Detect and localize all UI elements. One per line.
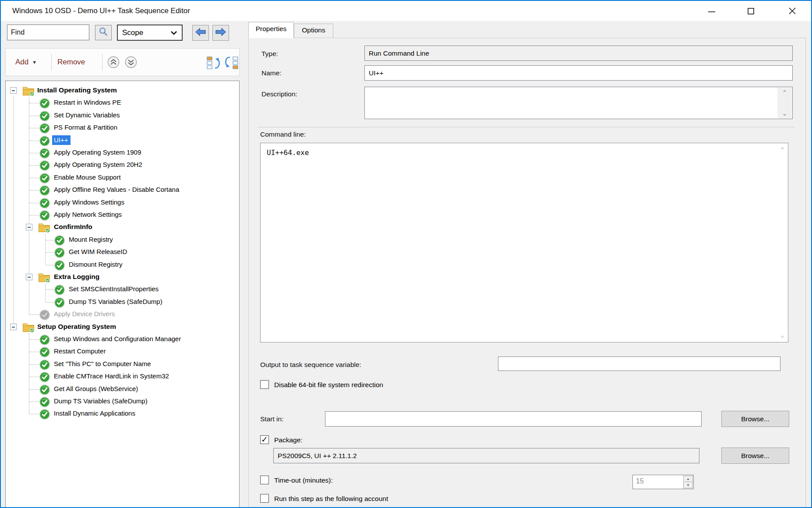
add-button-label: Add (15, 58, 28, 67)
tree-item[interactable]: Install Dynamic Applications (6, 408, 239, 420)
collapse-expander-icon[interactable] (26, 224, 32, 230)
tree-item[interactable]: Extra Logging (6, 271, 239, 283)
blue-arrow-left-icon (195, 28, 206, 38)
command-line-textarea[interactable]: UI++64.exe ⌃ ⌄ (260, 143, 788, 342)
tree-item[interactable]: Dump TS Variables (SafeDump) (6, 296, 239, 308)
tree-item[interactable]: UI++ (6, 134, 239, 147)
toolbar-separator (51, 54, 52, 71)
name-input[interactable] (364, 65, 793, 81)
collapse-expander-icon[interactable] (10, 87, 17, 94)
spin-down-icon[interactable]: ▼ (683, 482, 693, 488)
tree-connector (29, 165, 39, 166)
timeout-checkbox[interactable] (260, 476, 269, 484)
add-button[interactable]: Add ▼ (15, 49, 37, 76)
scroll-up-icon[interactable]: ⌃ (780, 147, 784, 153)
tree-connector (29, 215, 39, 215)
tree-item-label: Set SMSClientInstallProperties (67, 284, 161, 294)
scroll-down-icon[interactable]: ⌄ (780, 332, 784, 339)
tree-item[interactable]: Apply Network Settings (6, 209, 239, 221)
tree-item-label: Apply Windows Settings (52, 198, 127, 207)
close-button[interactable] (782, 1, 802, 21)
minimize-icon (707, 7, 716, 15)
tree-item-label: Get WIM ReleaseID (67, 247, 129, 257)
spin-up-icon[interactable]: ▲ (683, 476, 693, 482)
move-down-button[interactable] (125, 56, 137, 68)
move-up-button[interactable] (107, 56, 120, 68)
tree-connector (29, 364, 39, 365)
tree-item[interactable]: Get All Groups (WebService) (6, 383, 239, 395)
list-curved-arrow-down-icon (225, 64, 239, 71)
tree-item[interactable]: Restart Computer (6, 346, 239, 358)
scroll-up-icon[interactable]: ⌃ (777, 89, 792, 96)
tree-item[interactable]: PS Format & Partition (6, 122, 239, 134)
tree-item[interactable]: Apply Windows Settings (6, 197, 239, 209)
task-sequence-editor-window: Windows 10 OSD - Demo UI++ Task Sequence… (0, 0, 812, 508)
tab-options-label: Options (302, 26, 325, 34)
tree-item[interactable]: Install Operating System (6, 85, 239, 97)
task-sequence-tree[interactable]: Install Operating SystemRestart in Windo… (5, 81, 240, 508)
tree-item[interactable]: Enable CMTrace HardLink in System32 (6, 370, 239, 383)
description-scrollbar[interactable]: ⌃ ⌄ (777, 88, 792, 118)
tree-item[interactable]: Setup Windows and Configuration Manager (6, 333, 239, 346)
scope-dropdown[interactable]: Scope (117, 25, 183, 41)
double-chevron-up-circle-icon (107, 62, 120, 70)
search-button[interactable] (95, 25, 112, 40)
tree-item[interactable]: ConfirmInfo (6, 221, 239, 233)
tree-item[interactable]: Apply Offline Reg Values - Disable Corta… (6, 184, 239, 196)
tree-item[interactable]: Mount Registry (6, 234, 239, 246)
package-browse-button[interactable]: Browse... (721, 448, 789, 464)
tree-toolbar: Add ▼ Remove (5, 48, 240, 76)
tree-item-label: Install Operating System (35, 85, 119, 95)
tree-item[interactable]: Apply Operating System 20H2 (6, 159, 239, 171)
timeout-spinner[interactable]: 15 ▲ ▼ (632, 475, 694, 489)
tree-item-label: Setup Operating System (35, 322, 118, 332)
navigate-back-button[interactable] (192, 25, 209, 41)
scroll-down-icon[interactable]: ⌄ (777, 110, 792, 116)
tree-item-label: Apply Operating System 20H2 (52, 160, 145, 169)
tree-item[interactable]: Dump TS Variables (SafeDump) (6, 395, 239, 408)
navigate-forward-button[interactable] (212, 25, 229, 41)
tree-item[interactable]: Get WIM ReleaseID (6, 246, 239, 258)
remove-button[interactable]: Remove (57, 49, 85, 76)
tab-options[interactable]: Options (294, 24, 333, 38)
tree-item-label: Restart Computer (52, 346, 108, 356)
tree-item-label: Dump TS Variables (SafeDump) (52, 396, 150, 406)
tree-connector (46, 265, 54, 265)
output-variable-input[interactable] (498, 356, 780, 371)
tree-connector (29, 178, 39, 178)
close-icon (788, 7, 797, 15)
run-as-account-checkbox[interactable] (260, 494, 269, 503)
remove-button-label: Remove (57, 58, 85, 67)
tree-item[interactable]: Dismount Registry (6, 259, 239, 271)
tree-item-label: Set "This PC" to Computer Name (52, 359, 153, 369)
start-in-browse-button[interactable]: Browse... (721, 411, 789, 427)
maximize-button[interactable] (741, 1, 761, 21)
tree-item[interactable]: Set SMSClientInstallProperties (6, 283, 239, 296)
tree-item[interactable]: Apply Operating System 1909 (6, 147, 239, 159)
tree-item[interactable]: Setup Operating System (6, 321, 239, 333)
collapse-all-button[interactable] (206, 56, 220, 70)
blue-arrow-right-icon (215, 28, 226, 38)
tree-item-label: Apply Device Drivers (52, 309, 117, 319)
start-in-input[interactable] (325, 411, 702, 427)
tree-item[interactable]: Apply Device Drivers (6, 308, 239, 321)
tree-item[interactable]: Restart in Windows PE (6, 97, 239, 109)
tree-item[interactable]: Set "This PC" to Computer Name (6, 358, 239, 370)
description-textarea[interactable]: ⌃ ⌄ (364, 87, 793, 119)
tree-item-label: Get All Groups (WebService) (52, 384, 140, 394)
collapse-expander-icon[interactable] (10, 324, 17, 330)
tree-item[interactable]: Set Dynamic Variables (6, 109, 239, 122)
minimize-button[interactable] (702, 1, 722, 21)
tree-item-label: ConfirmInfo (52, 222, 95, 232)
package-checkbox[interactable] (260, 435, 269, 444)
tree-connector (29, 141, 39, 141)
disable-64bit-checkbox[interactable] (260, 380, 269, 389)
tree-item-label: Set Dynamic Variables (52, 110, 122, 120)
find-input[interactable] (7, 25, 89, 40)
collapse-expander-icon[interactable] (26, 274, 32, 280)
tab-properties[interactable]: Properties (248, 22, 294, 38)
tree-item[interactable]: Enable Mouse Support (6, 172, 239, 184)
expand-all-button[interactable] (225, 56, 239, 70)
tree-item-label: Apply Operating System 1909 (52, 148, 143, 157)
maximize-icon (747, 7, 756, 15)
